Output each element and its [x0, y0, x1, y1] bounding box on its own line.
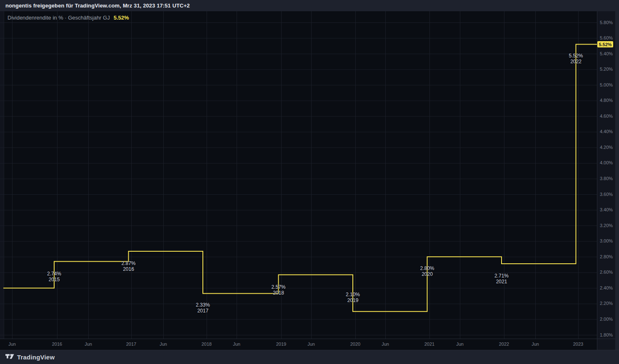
time-axis-tick-label: Jun: [76, 341, 101, 347]
time-axis-tick-label: Jun: [0, 341, 25, 347]
time-axis-tick-label: 2020: [343, 341, 368, 347]
time-axis-tick-label: Jun: [447, 341, 472, 347]
price-axis-tick-label: 2.00%: [597, 317, 615, 322]
time-axis-tick-label: 2019: [269, 341, 294, 347]
data-point-label: 2.10%2019: [346, 292, 360, 303]
time-axis-tick-label: Jun: [373, 341, 398, 347]
footer-bar: TradingView: [0, 350, 619, 364]
attribution-bar: nongentis freigegeben für TradingView.co…: [0, 0, 619, 11]
price-axis-tick-label: 3.20%: [597, 223, 615, 228]
legend-current-value: 5.52%: [114, 15, 129, 21]
price-axis-tick-label: 5.80%: [597, 20, 615, 25]
time-axis-tick-label: Jun: [151, 341, 176, 347]
price-axis-tick-label: 2.60%: [597, 270, 615, 275]
data-point-label: 2.57%2018: [271, 284, 285, 296]
data-point-label: 5.52%2022: [569, 53, 583, 64]
time-axis-tick-label: 2017: [119, 341, 144, 347]
tradingview-logo-icon[interactable]: [5, 354, 14, 360]
tradingview-brand-text[interactable]: TradingView: [17, 354, 55, 361]
price-axis-tick-label: 3.40%: [597, 207, 615, 213]
price-axis-tick-label: 4.00%: [597, 160, 615, 166]
tradingview-chart-window: nongentis freigegeben für TradingView.co…: [0, 0, 619, 364]
price-axis-tick-label: 5.00%: [597, 82, 615, 88]
price-axis-tick-label: 2.20%: [597, 301, 615, 306]
attribution-text: nongentis freigegeben für TradingView.co…: [0, 2, 190, 9]
data-point-label: 2.74%2015: [47, 271, 61, 282]
price-axis-tick-label: 4.60%: [597, 114, 615, 119]
last-value-badge: 5.52%: [597, 41, 613, 47]
price-axis-tick-label: 5.60%: [597, 35, 615, 41]
right-edge-strip: [615, 11, 619, 350]
price-axis-tick-label: 5.20%: [597, 67, 615, 72]
price-axis-tick-label: 1.80%: [597, 332, 615, 338]
legend-series-title[interactable]: Dividendenrendite in % · Geschäftsjahr G…: [7, 15, 110, 21]
time-axis-tick-label: 2022: [492, 341, 517, 347]
chart-canvas[interactable]: [0, 11, 619, 350]
price-axis-tick-label: 3.80%: [597, 176, 615, 181]
time-axis-tick-label: Jun: [523, 341, 548, 347]
price-axis-tick-label: 2.80%: [597, 254, 615, 260]
time-axis-tick-label: 2023: [566, 341, 591, 347]
price-axis-tick-label: 3.60%: [597, 192, 615, 197]
time-axis-tick-label: 2018: [194, 341, 219, 347]
price-axis-tick-label: 2.40%: [597, 285, 615, 291]
price-axis-tick-label: 5.40%: [597, 51, 615, 57]
price-axis-tick-label: 4.80%: [597, 98, 615, 103]
price-axis-tick-label: 4.40%: [597, 129, 615, 134]
chart-region: 5.80%5.60%5.40%5.20%5.00%4.80%4.60%4.40%…: [0, 11, 619, 350]
data-point-label: 2.71%2021: [494, 273, 509, 285]
time-axis-tick-label: 2016: [45, 341, 70, 347]
data-point-label: 2.33%2017: [196, 302, 210, 314]
time-axis-tick-label: 2021: [417, 341, 442, 347]
price-axis-tick-label: 3.00%: [597, 238, 615, 244]
data-point-label: 2.80%2020: [420, 265, 434, 277]
dividend-yield-step-line[interactable]: [3, 45, 597, 312]
legend[interactable]: Dividendenrendite in % · Geschäftsjahr G…: [7, 15, 129, 21]
time-axis-tick-label: Jun: [299, 341, 324, 347]
data-point-label: 2.87%2016: [121, 260, 135, 272]
price-axis-tick-label: 4.20%: [597, 145, 615, 150]
time-axis-tick-label: Jun: [224, 341, 249, 347]
